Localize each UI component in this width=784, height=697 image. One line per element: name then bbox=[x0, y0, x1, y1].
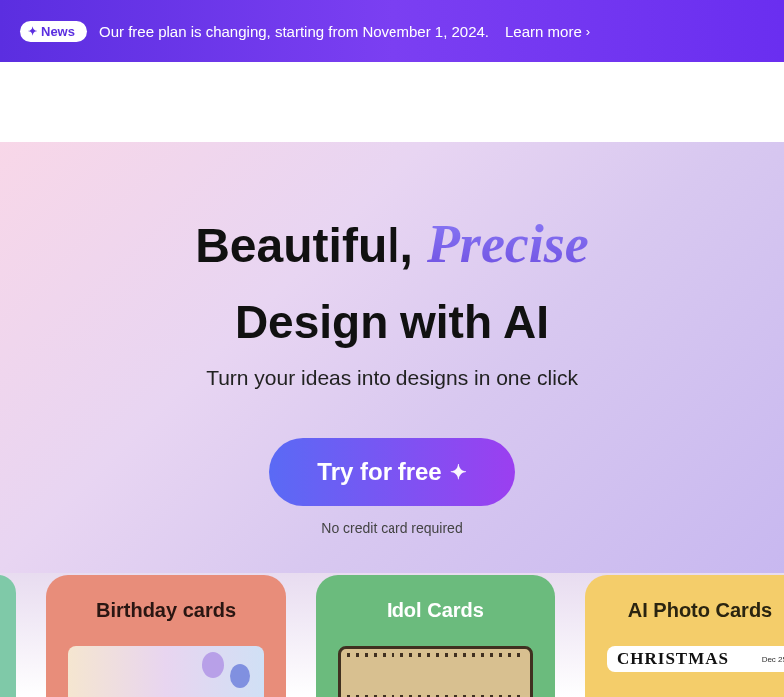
hero-section: Beautiful, Precise Design with AI Turn y… bbox=[0, 142, 784, 573]
birthday-card-preview bbox=[68, 646, 264, 697]
spacer bbox=[0, 62, 784, 142]
hero-title-line-1: Beautiful, Precise bbox=[0, 212, 784, 277]
learn-more-link[interactable]: Learn more › bbox=[505, 23, 590, 40]
card-title: Birthday cards bbox=[64, 599, 268, 622]
hero-title-word-1: Beautiful, bbox=[195, 217, 413, 275]
banner-text: Our free plan is changing, starting from… bbox=[99, 23, 489, 40]
news-pill-label: News bbox=[41, 24, 75, 39]
announcement-banner: ✦ News Our free plan is changing, starti… bbox=[0, 0, 784, 62]
card-title: Idol Cards bbox=[334, 599, 537, 622]
template-card-ai-photo[interactable]: AI Photo Cards CHRISTMAS Dec 25 bbox=[585, 575, 784, 697]
card-title: AI Photo Cards bbox=[603, 599, 784, 622]
template-card-peek[interactable] bbox=[0, 575, 16, 697]
christmas-date: Dec 25 bbox=[762, 655, 784, 664]
news-pill: ✦ News bbox=[20, 21, 87, 42]
christmas-word: CHRISTMAS bbox=[617, 649, 729, 669]
learn-more-label: Learn more bbox=[505, 23, 582, 40]
hero-title-accent: Precise bbox=[427, 212, 589, 277]
try-for-free-button[interactable]: Try for free ✦ bbox=[269, 438, 514, 506]
template-card-birthday[interactable]: Birthday cards bbox=[46, 575, 286, 697]
hero-subtitle: Turn your ideas into designs in one clic… bbox=[0, 366, 784, 390]
chevron-right-icon: › bbox=[586, 24, 590, 39]
template-card-idol[interactable]: Idol Cards bbox=[316, 575, 555, 697]
cta-label: Try for free bbox=[317, 458, 441, 486]
christmas-card-preview: CHRISTMAS Dec 25 bbox=[607, 646, 784, 672]
idol-card-preview bbox=[338, 646, 533, 697]
sparkle-icon: ✦ bbox=[28, 25, 37, 38]
hero-title-line-2: Design with AI bbox=[0, 295, 784, 348]
template-cards-row: Birthday cards Idol Cards AI Photo Cards… bbox=[0, 573, 784, 697]
no-credit-card-text: No credit card required bbox=[0, 520, 784, 536]
sparkle-icon: ✦ bbox=[450, 460, 467, 484]
